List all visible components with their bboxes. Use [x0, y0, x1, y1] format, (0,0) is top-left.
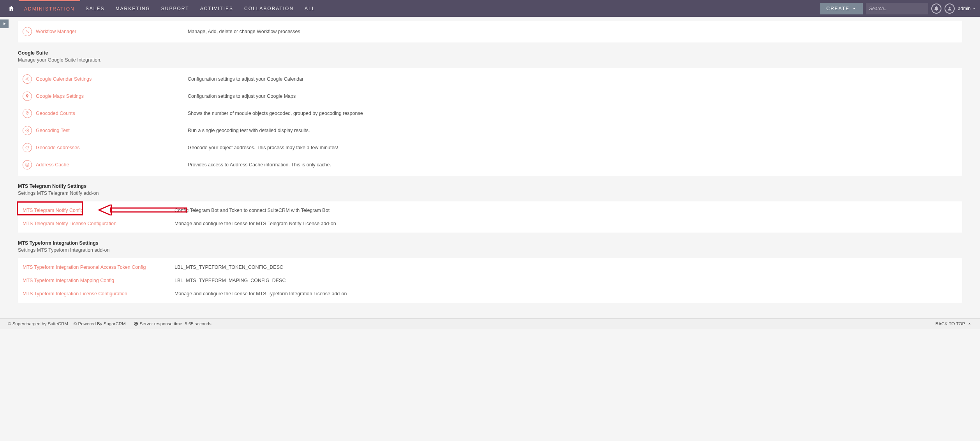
settings-desc: LBL_MTS_TYPEFORM_MAPING_CONFIG_DESC [174, 278, 286, 283]
back-to-top-label: BACK TO TOP [936, 321, 966, 326]
settings-link[interactable]: Geocode Addresses [36, 145, 80, 150]
home-icon[interactable] [4, 0, 19, 17]
settings-panel: MTS Telegram Notify ConfigConfig Telegra… [18, 201, 962, 233]
section-title: MTS Telegram Notify Settings [18, 183, 962, 189]
create-button[interactable]: CREATE [820, 3, 863, 14]
nav-item-all[interactable]: ALL [299, 0, 321, 17]
settings-link[interactable]: Geocoded Counts [36, 111, 75, 116]
settings-desc: Configuration settings to adjust your Go… [188, 93, 296, 99]
user-icon[interactable] [945, 4, 955, 14]
settings-desc: LBL_MTS_TYPEFORM_TOKEN_CONFIG_DESC [174, 265, 283, 270]
settings-desc: Manage and configure the license for MTS… [174, 221, 336, 226]
footer-supercharged: © Supercharged by SuiteCRM [8, 321, 68, 326]
bell-icon[interactable] [931, 4, 941, 14]
settings-link[interactable]: Address Cache [36, 162, 69, 168]
nav-item-sales[interactable]: SALES [80, 0, 110, 17]
user-name: admin [958, 6, 971, 11]
settings-link[interactable]: MTS Typeform Integration License Configu… [23, 291, 127, 296]
marker-icon [23, 109, 32, 118]
gear-icon [23, 74, 32, 84]
globe-icon [134, 321, 138, 326]
settings-row: Geocode AddressesGeocode your object add… [18, 139, 962, 156]
settings-link[interactable]: MTS Typeform Integration Personal Access… [23, 265, 146, 270]
settings-row: MTS Telegram Notify License Configuratio… [18, 217, 962, 230]
settings-row: Address CacheProvides access to Address … [18, 156, 962, 173]
cache-icon [23, 160, 32, 169]
settings-row: Geocoded CountsShows the number of modul… [18, 105, 962, 122]
user-menu[interactable]: admin [958, 6, 976, 11]
section-subtitle: Manage your Google Suite Integration. [18, 57, 962, 63]
chevron-down-icon [852, 6, 857, 11]
section-subtitle: Settings MTS Telegram Notify add-on [18, 191, 962, 196]
section-subtitle: Settings MTS Typeform Integration add-on [18, 247, 962, 253]
search-wrap [866, 3, 928, 14]
settings-link[interactable]: MTS Telegram Notify Config [23, 208, 83, 213]
settings-desc: Configuration settings to adjust your Go… [188, 76, 303, 82]
settings-row: MTS Typeform Integration Mapping ConfigL… [18, 274, 962, 287]
settings-panel: Google Calendar SettingsConfiguration se… [18, 68, 962, 176]
nav-item-administration[interactable]: ADMINISTRATION [19, 0, 80, 17]
settings-desc: Geocode your object addreses. This proce… [188, 145, 338, 150]
settings-row: MTS Typeform Integration License Configu… [18, 287, 962, 300]
settings-link[interactable]: Workflow Manager [36, 29, 76, 34]
settings-row: Geocoding TestRun a single geocoding tes… [18, 122, 962, 139]
footer-powered: © Powered By SugarCRM [74, 321, 126, 326]
nav-items: ADMINISTRATIONSALESMARKETINGSUPPORTACTIV… [19, 0, 321, 17]
search-input[interactable] [869, 6, 928, 11]
section-title: MTS Typeform Integration Settings [18, 240, 962, 246]
settings-panel: Workflow ManagerManage, Add, delete or c… [18, 21, 962, 42]
settings-row: Google Calendar SettingsConfiguration se… [18, 71, 962, 88]
settings-row: MTS Typeform Integration Personal Access… [18, 261, 962, 274]
settings-link[interactable]: Geocoding Test [36, 128, 70, 133]
target-icon [23, 126, 32, 135]
settings-desc: Run a single geocoding test with detaile… [188, 128, 310, 133]
section-title: Google Suite [18, 50, 962, 56]
settings-link[interactable]: MTS Telegram Notify License Configuratio… [23, 221, 116, 226]
top-nav: ADMINISTRATIONSALESMARKETINGSUPPORTACTIV… [0, 0, 980, 17]
refresh-icon [23, 143, 32, 152]
settings-link[interactable]: Google Calendar Settings [36, 76, 92, 82]
settings-row: MTS Telegram Notify ConfigConfig Telegra… [18, 204, 962, 217]
settings-desc: Manage, Add, delete or change Workflow p… [188, 29, 300, 34]
pin-icon [23, 92, 32, 101]
chevron-down-icon [972, 7, 976, 11]
footer: © Supercharged by SuiteCRM © Powered By … [0, 318, 980, 329]
nav-item-collaboration[interactable]: COLLABORATION [239, 0, 299, 17]
nav-item-marketing[interactable]: MARKETING [110, 0, 155, 17]
back-to-top-button[interactable]: BACK TO TOP [936, 321, 973, 326]
settings-row: Workflow ManagerManage, Add, delete or c… [18, 23, 962, 40]
settings-row: Google Maps SettingsConfiguration settin… [18, 88, 962, 105]
settings-desc: Provides access to Address Cache informa… [188, 162, 331, 168]
create-label: CREATE [827, 6, 850, 11]
main-content: Workflow ManagerManage, Add, delete or c… [0, 17, 980, 318]
chevron-up-icon [967, 321, 972, 326]
workflow-icon [23, 27, 32, 36]
settings-desc: Manage and configure the license for MTS… [174, 291, 347, 296]
footer-response: Server response time: 5.65 seconds. [140, 321, 213, 326]
nav-item-support[interactable]: SUPPORT [156, 0, 195, 17]
settings-desc: Shows the number of module objects geoco… [188, 111, 363, 116]
nav-item-activities[interactable]: ACTIVITIES [195, 0, 239, 17]
side-play-button[interactable] [0, 19, 9, 28]
settings-link[interactable]: MTS Typeform Integration Mapping Config [23, 278, 114, 283]
settings-desc: Config Telegram Bot and Token to connect… [174, 208, 330, 213]
settings-panel: MTS Typeform Integration Personal Access… [18, 258, 962, 303]
settings-link[interactable]: Google Maps Settings [36, 93, 84, 99]
